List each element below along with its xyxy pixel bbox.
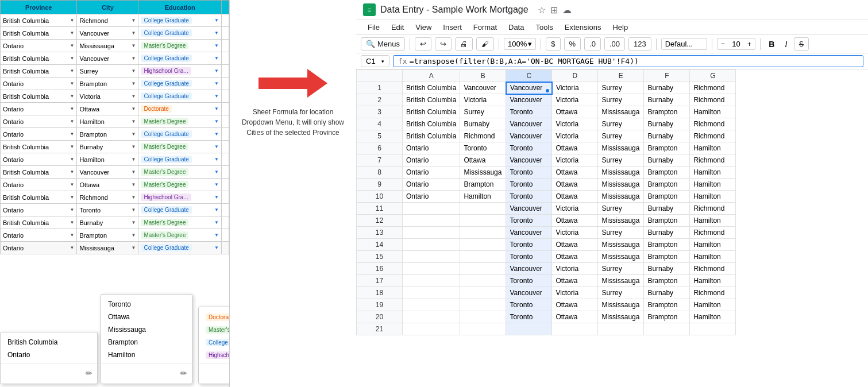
cell-B12[interactable] bbox=[460, 215, 506, 227]
cell-B11[interactable] bbox=[460, 203, 506, 215]
edu-dropdown-arrow[interactable]: ▼ bbox=[214, 43, 219, 48]
row-header-1[interactable]: 1 bbox=[357, 82, 403, 94]
cell-C4[interactable]: Vancouver bbox=[506, 118, 552, 130]
province-cell[interactable]: Ontario ▼ bbox=[1, 128, 77, 141]
city-cell[interactable]: Vancouver ▼ bbox=[77, 52, 138, 65]
row-header-19[interactable]: 19 bbox=[357, 299, 403, 311]
row-header-13[interactable]: 13 bbox=[357, 227, 403, 239]
row-header-16[interactable]: 16 bbox=[357, 263, 403, 275]
cell-F12[interactable]: Brampton bbox=[644, 215, 690, 227]
province-cell[interactable]: Ontario ▼ bbox=[1, 40, 77, 52]
cell-E19[interactable]: Mississauga bbox=[598, 299, 644, 311]
cell-B18[interactable] bbox=[460, 287, 506, 299]
edu-cell[interactable]: Master's Degree ▼ bbox=[138, 166, 222, 179]
province-dropdown-popup[interactable]: British Columbia Ontario ✏ bbox=[0, 332, 98, 384]
cell-A11[interactable] bbox=[403, 203, 460, 215]
decimal-inc-button[interactable]: .0 bbox=[584, 37, 601, 51]
city-dropdown-arrow[interactable]: ▼ bbox=[132, 144, 136, 149]
cell-D17[interactable]: Ottawa bbox=[552, 275, 598, 287]
row-header-9[interactable]: 9 bbox=[357, 179, 403, 191]
cell-C11[interactable]: Vancouver bbox=[506, 203, 552, 215]
font-selector[interactable]: Defaul... bbox=[661, 38, 707, 50]
row-header-2[interactable]: 2 bbox=[357, 94, 403, 106]
cell-A8[interactable]: Ontario bbox=[403, 167, 460, 179]
cell-D12[interactable]: Ottawa bbox=[552, 215, 598, 227]
cell-G10[interactable]: Hamilton bbox=[690, 191, 736, 203]
province-cell[interactable]: Ontario ▼ bbox=[1, 115, 77, 128]
cell-G19[interactable]: Hamilton bbox=[690, 299, 736, 311]
row-header-7[interactable]: 7 bbox=[357, 154, 403, 167]
edu-cell[interactable]: College Graduate ▼ bbox=[138, 27, 222, 40]
cell-D11[interactable]: Victoria bbox=[552, 203, 598, 215]
decimal-dec-button[interactable]: .00 bbox=[604, 37, 625, 51]
province-dropdown-arrow[interactable]: ▼ bbox=[70, 56, 74, 61]
edu-edit-icon[interactable]: ✏ bbox=[199, 366, 230, 380]
cell-B6[interactable]: Toronto bbox=[460, 142, 506, 154]
city-dropdown-arrow[interactable]: ▼ bbox=[132, 195, 136, 200]
formula-input[interactable]: fx =transpose(filter(B:B,A:A='ON-BC MORT… bbox=[393, 55, 863, 67]
city-cell[interactable]: Brampton ▼ bbox=[77, 128, 138, 141]
drive-icon[interactable]: ⊞ bbox=[550, 5, 558, 16]
cell-G9[interactable]: Hamilton bbox=[690, 179, 736, 191]
bold-button[interactable]: B bbox=[765, 38, 778, 50]
edu-option-doctorate[interactable]: Doctorate bbox=[199, 311, 230, 323]
row-header-5[interactable]: 5 bbox=[357, 130, 403, 142]
province-cell[interactable]: British Columbia ▼ bbox=[1, 166, 77, 179]
cell-B21[interactable] bbox=[460, 323, 506, 335]
cell-G13[interactable]: Richmond bbox=[690, 227, 736, 239]
cell-E3[interactable]: Mississauga bbox=[598, 106, 644, 118]
strikethrough-button[interactable]: S̶ bbox=[794, 37, 809, 51]
cell-F20[interactable]: Brampton bbox=[644, 311, 690, 323]
edu-cell[interactable]: College Graduate ▼ bbox=[138, 242, 222, 254]
cell-A20[interactable] bbox=[403, 311, 460, 323]
cell-C2[interactable]: Vancouver bbox=[506, 94, 552, 106]
city-dropdown-arrow[interactable]: ▼ bbox=[132, 182, 136, 187]
cell-E4[interactable]: Surrey bbox=[598, 118, 644, 130]
city-option-brampton[interactable]: Brampton bbox=[101, 336, 192, 349]
edu-cell[interactable]: College Graduate ▼ bbox=[138, 153, 222, 166]
search-menus-button[interactable]: 🔍 Menus bbox=[361, 37, 405, 51]
row-header-10[interactable]: 10 bbox=[357, 191, 403, 203]
cell-C9[interactable]: Toronto bbox=[506, 179, 552, 191]
cell-F1[interactable]: Burnaby bbox=[644, 82, 690, 94]
province-dropdown-arrow[interactable]: ▼ bbox=[70, 131, 74, 137]
province-dropdown-arrow[interactable]: ▼ bbox=[70, 81, 74, 86]
cell-C16[interactable]: Vancouver bbox=[506, 263, 552, 275]
cell-B10[interactable]: Hamilton bbox=[460, 191, 506, 203]
province-dropdown-arrow[interactable]: ▼ bbox=[70, 157, 74, 162]
edu-dropdown-arrow[interactable]: ▼ bbox=[214, 157, 219, 162]
city-dropdown-arrow[interactable]: ▼ bbox=[132, 119, 136, 124]
cell-C7[interactable]: Vancouver bbox=[506, 154, 552, 167]
italic-button[interactable]: I bbox=[781, 38, 790, 50]
cell-D3[interactable]: Ottawa bbox=[552, 106, 598, 118]
edu-cell[interactable]: Doctorate ▼ bbox=[138, 103, 222, 115]
cell-B16[interactable] bbox=[460, 263, 506, 275]
menu-tools[interactable]: Tools bbox=[531, 21, 557, 33]
cell-G5[interactable]: Richmond bbox=[690, 130, 736, 142]
city-dropdown-arrow[interactable]: ▼ bbox=[132, 43, 136, 48]
cell-D14[interactable]: Ottawa bbox=[552, 239, 598, 251]
province-dropdown-arrow[interactable]: ▼ bbox=[70, 106, 74, 111]
city-cell[interactable]: Hamilton ▼ bbox=[77, 115, 138, 128]
city-dropdown-arrow[interactable]: ▼ bbox=[132, 233, 136, 238]
city-dropdown-arrow[interactable]: ▼ bbox=[132, 131, 136, 137]
row-header-20[interactable]: 20 bbox=[357, 311, 403, 323]
zoom-control[interactable]: 100% ▾ bbox=[504, 38, 536, 50]
cell-G15[interactable]: Hamilton bbox=[690, 251, 736, 263]
city-cell[interactable]: Mississauga ▼ bbox=[77, 242, 138, 254]
cell-B8[interactable]: Mississauga bbox=[460, 167, 506, 179]
province-dropdown-arrow[interactable]: ▼ bbox=[70, 182, 74, 187]
cell-G2[interactable]: Richmond bbox=[690, 94, 736, 106]
cell-F9[interactable]: Brampton bbox=[644, 179, 690, 191]
menu-view[interactable]: View bbox=[411, 21, 436, 33]
edu-cell[interactable]: College Graduate ▼ bbox=[138, 52, 222, 65]
province-cell[interactable]: British Columbia ▼ bbox=[1, 65, 77, 78]
cell-G1[interactable]: Richmond bbox=[690, 82, 736, 94]
cell-A21[interactable] bbox=[403, 323, 460, 335]
province-dropdown-arrow[interactable]: ▼ bbox=[70, 233, 74, 238]
cell-A19[interactable] bbox=[403, 299, 460, 311]
city-cell[interactable]: Toronto ▼ bbox=[77, 204, 138, 216]
city-dropdown-arrow[interactable]: ▼ bbox=[132, 68, 136, 73]
percent-button[interactable]: % bbox=[564, 37, 581, 51]
cell-D2[interactable]: Victoria bbox=[552, 94, 598, 106]
